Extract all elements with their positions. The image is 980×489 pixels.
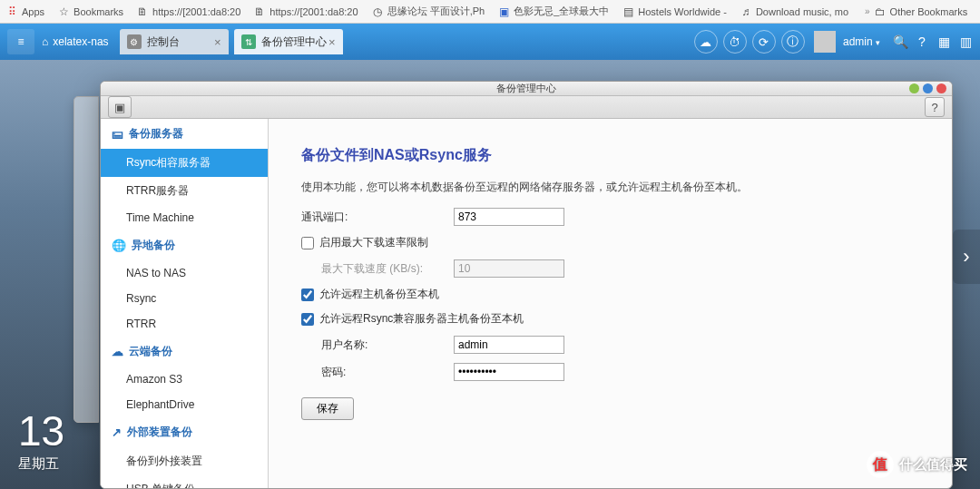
sidebar-item-nas-to-nas[interactable]: NAS to NAS <box>101 260 268 286</box>
username-input[interactable] <box>454 336 564 354</box>
max-download-speed-input <box>454 259 564 278</box>
content-pane: 备份文件到NAS或Rsync服务 使用本功能，您可以将本机数据备份至远程的网络储… <box>269 119 952 489</box>
maximize-button[interactable] <box>923 83 933 93</box>
server-icon: 🖴 <box>112 127 123 141</box>
star-icon: ☆ <box>57 5 70 18</box>
window-title: 备份管理中心 <box>496 82 556 95</box>
watermark-text: 什么值得买 <box>899 456 967 474</box>
bookmark-ip1[interactable]: 🗎https://[2001:da8:20 <box>136 5 240 18</box>
sidebar-section-external-backup[interactable]: ↗外部装置备份 <box>101 417 268 447</box>
dashboard-icon[interactable]: ▥ <box>958 34 973 49</box>
watermark-badge: 值 <box>867 451 894 478</box>
allow-remote-label: 允许远程主机备份至本机 <box>319 287 439 302</box>
help-icon[interactable]: ? <box>915 34 929 49</box>
sidebar-item-external-device[interactable]: 备份到外接装置 <box>101 447 268 475</box>
console-icon: ⚙ <box>127 34 142 49</box>
page-icon: 🗎 <box>136 5 149 18</box>
bookmark-seying[interactable]: ▣色影无忌_全球最大中 <box>497 5 609 18</box>
bookmark-download[interactable]: ♬Download music, mo <box>740 5 848 18</box>
clock-time: 13 <box>18 406 64 455</box>
allow-remote-checkbox[interactable] <box>301 289 314 301</box>
main-menu-button[interactable]: ≡ <box>7 29 34 54</box>
allow-rsync-label: 允许远程Rsync兼容服务器主机备份至本机 <box>319 311 524 327</box>
close-button[interactable] <box>936 83 946 93</box>
page-heading: 备份文件到NAS或Rsync服务 <box>301 146 919 165</box>
sidebar-section-backup-server[interactable]: 🖴备份服务器 <box>101 119 268 149</box>
window-titlebar[interactable]: 备份管理中心 <box>101 82 952 96</box>
bookmark-apps[interactable]: ⠿Apps <box>5 5 44 18</box>
sidebar-item-rsync-compat[interactable]: Rsync相容服务器 <box>101 149 268 177</box>
grid-icon[interactable]: ▦ <box>936 34 951 49</box>
sidebar: 🖴备份服务器 Rsync相容服务器 RTRR服务器 Time Machine 🌐… <box>101 119 269 489</box>
tab-backup-center[interactable]: ⇅备份管理中心× <box>234 29 343 54</box>
folder-icon: 🗀 <box>874 5 887 18</box>
cloud-icon[interactable]: ☁ <box>694 30 718 54</box>
external-icon: ↗ <box>112 425 122 439</box>
site-icon: ◷ <box>371 5 384 18</box>
site-icon: ▣ <box>497 5 510 18</box>
backup-center-window: 备份管理中心 ▣ ? 🖴备份服务器 Rsync相容服务器 RTRR服务器 Tim… <box>100 81 953 489</box>
max-download-checkbox[interactable] <box>301 237 314 249</box>
sidebar-item-rsync[interactable]: Rsync <box>101 286 268 311</box>
close-icon[interactable]: × <box>214 35 221 49</box>
bookmark-other[interactable]: 🗀Other Bookmarks <box>874 5 968 18</box>
user-menu[interactable]: admin ▾ <box>843 35 880 48</box>
sidebar-section-cloud-backup[interactable]: ☁云端备份 <box>101 337 268 367</box>
close-icon[interactable]: × <box>328 35 336 49</box>
apps-icon: ⠿ <box>5 5 18 18</box>
site-icon: ♬ <box>740 5 752 18</box>
max-download-label: 启用最大下载速率限制 <box>319 235 428 250</box>
password-input[interactable] <box>454 363 564 381</box>
info-icon[interactable]: ⓘ <box>781 30 805 54</box>
allow-rsync-checkbox[interactable] <box>301 313 314 326</box>
sidebar-item-elephant-drive[interactable]: ElephantDrive <box>101 392 268 417</box>
home-nas-link[interactable]: ⌂xelatex-nas <box>42 35 109 48</box>
minimize-button[interactable] <box>909 83 919 93</box>
bookmark-ip2[interactable]: 🗎https://[2001:da8:20 <box>253 5 358 18</box>
window-toolbar: ▣ ? <box>101 96 952 119</box>
globe-icon: 🌐 <box>112 239 126 252</box>
sidebar-item-amazon-s3[interactable]: Amazon S3 <box>101 367 268 392</box>
tab-console[interactable]: ⚙控制台× <box>120 29 229 54</box>
home-icon: ⌂ <box>42 35 48 48</box>
max-download-speed-label: 最大下载速度 (KB/s): <box>321 261 454 277</box>
clock-icon[interactable]: ⏱ <box>723 30 747 54</box>
username-label: 用户名称: <box>321 337 454 353</box>
port-input[interactable] <box>454 208 564 226</box>
site-icon: ▤ <box>622 5 634 18</box>
avatar[interactable] <box>814 31 836 53</box>
chevron-right-icon[interactable]: » <box>865 6 870 16</box>
sidebar-item-usb-onekey[interactable]: USB 单键备份 <box>101 475 268 489</box>
watermark: 值 什么值得买 <box>867 451 967 478</box>
port-label: 通讯端口: <box>301 210 454 225</box>
cloud-icon: ☁ <box>112 345 123 358</box>
qnap-top-bar: ≡ ⌂xelatex-nas ⚙控制台× ⇅备份管理中心× ☁ ⏱ ⟳ ⓘ ad… <box>0 24 980 60</box>
sidebar-item-time-machine[interactable]: Time Machine <box>101 205 268 230</box>
sidebar-item-rtrr-server[interactable]: RTRR服务器 <box>101 177 268 205</box>
backup-icon: ⇅ <box>241 34 256 49</box>
bookmark-bookmarks[interactable]: ☆Bookmarks <box>57 5 123 18</box>
page-next-arrow[interactable]: › <box>953 230 980 284</box>
refresh-icon[interactable]: ⟳ <box>752 30 776 54</box>
toolbar-help-button[interactable]: ? <box>925 97 945 117</box>
bookmark-siyuan[interactable]: ◷思缘论坛 平面设计,Ph <box>371 5 485 18</box>
toolbar-overview-button[interactable]: ▣ <box>108 96 132 118</box>
browser-bookmarks-bar: ⠿Apps ☆Bookmarks 🗎https://[2001:da8:20 🗎… <box>0 0 980 24</box>
desktop-background: ≡ ⌂xelatex-nas ⚙控制台× ⇅备份管理中心× ☁ ⏱ ⟳ ⓘ ad… <box>0 24 980 489</box>
sidebar-item-rtrr[interactable]: RTRR <box>101 311 268 337</box>
bookmark-hostels[interactable]: ▤Hostels Worldwide - <box>622 5 727 18</box>
save-button[interactable]: 保存 <box>301 397 354 420</box>
search-icon[interactable]: 🔍 <box>893 34 907 49</box>
password-label: 密码: <box>321 365 454 380</box>
desktop-clock: 13 星期五 <box>18 406 64 473</box>
page-icon: 🗎 <box>253 5 266 18</box>
clock-day: 星期五 <box>18 455 64 473</box>
sidebar-section-remote-backup[interactable]: 🌐异地备份 <box>101 230 268 260</box>
page-description: 使用本功能，您可以将本机数据备份至远程的网络储存服务器，或允许远程主机备份至本机… <box>301 180 919 195</box>
background-window <box>74 96 99 423</box>
chevron-down-icon: ▾ <box>876 38 880 47</box>
